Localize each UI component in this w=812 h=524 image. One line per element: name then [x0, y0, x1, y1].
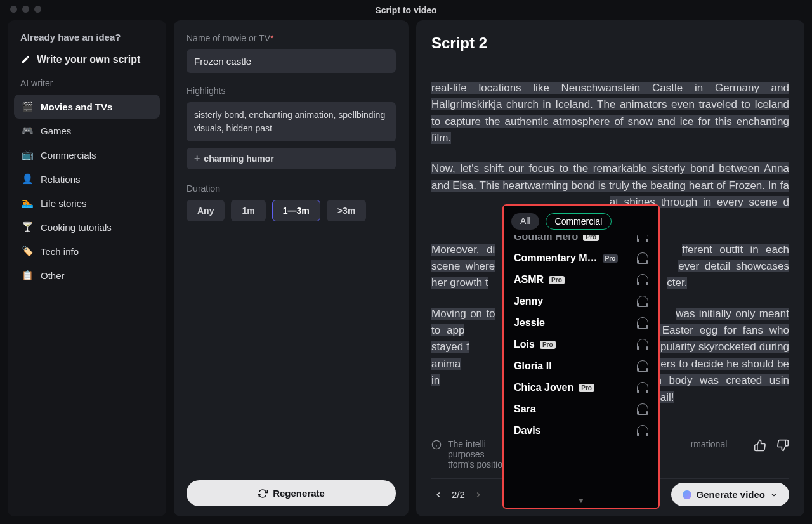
person-icon: 👤 — [22, 173, 33, 185]
generate-video-button[interactable]: Generate video — [671, 483, 789, 506]
tag-icon: 🏷️ — [22, 246, 33, 257]
film-icon: 🎬 — [22, 101, 33, 112]
next-button[interactable] — [471, 488, 485, 502]
voice-item[interactable]: Davis — [511, 420, 651, 442]
prev-button[interactable] — [431, 488, 445, 502]
headphone-icon[interactable] — [637, 382, 648, 393]
script-p3d: cter. — [667, 277, 687, 289]
voice-item[interactable]: Gloria II — [511, 355, 651, 377]
window-title: Script to video — [375, 5, 436, 15]
tv-icon: 📺 — [22, 149, 33, 160]
close-dot[interactable] — [10, 6, 17, 13]
regenerate-button[interactable]: Regenerate — [187, 480, 396, 506]
voice-item[interactable]: LoisPro — [511, 334, 651, 355]
sidebar-item-label: Other — [41, 270, 65, 281]
voice-item[interactable]: Gotham HeroPro — [511, 235, 651, 247]
sidebar-item-games[interactable]: 🎮 Games — [14, 119, 160, 143]
duration-row: Any 1m 1—3m >3m — [187, 200, 396, 221]
page-indicator: 2/2 — [452, 489, 465, 500]
minimize-dot[interactable] — [22, 6, 29, 13]
sidebar-item-label: Movies and TVs — [41, 102, 112, 112]
script-p3a: Moreover, di — [431, 244, 495, 256]
pager: 2/2 — [431, 488, 485, 502]
sidebar-item-commercials[interactable]: 📺 Commercials — [14, 143, 160, 167]
maximize-dot[interactable] — [34, 6, 41, 13]
voice-item[interactable]: ASMRPro — [511, 269, 651, 291]
voice-tab-commercial[interactable]: Commercial — [546, 213, 612, 230]
info-icon — [431, 440, 442, 450]
duration-gt3m[interactable]: >3m — [327, 200, 366, 221]
traffic-lights — [10, 6, 41, 13]
gamepad-icon: 🎮 — [22, 125, 33, 136]
duration-1-3m[interactable]: 1—3m — [272, 200, 320, 221]
headphone-icon[interactable] — [637, 317, 648, 329]
write-own-label: Write your own script — [37, 54, 140, 65]
sidebar-item-relations[interactable]: 👤 Relations — [14, 167, 160, 191]
sidebar-item-label: Cooking tutorials — [41, 222, 112, 233]
sidebar-item-label: Tech info — [41, 246, 79, 257]
script-p4a: Moving on to — [431, 308, 495, 320]
app-window: Script to video Already have an idea? Wr… — [0, 0, 812, 524]
highlights-box[interactable]: sisterly bond, enchanting animation, spe… — [187, 102, 396, 141]
titlebar: Script to video — [0, 0, 812, 20]
add-tag-button[interactable]: + charming humor — [187, 148, 396, 169]
script-p2a: Now, let's shift our focus to the remark… — [431, 162, 789, 191]
sidebar-idea-header: Already have an idea? — [14, 32, 160, 51]
sidebar-item-cooking[interactable]: 🍸 Cooking tutorials — [14, 215, 160, 239]
voice-popup: All Commercial Gotham HeroProCommentary … — [502, 204, 660, 509]
voice-tabs: All Commercial — [511, 213, 651, 230]
sidebar: Already have an idea? Write your own scr… — [8, 20, 166, 516]
sidebar-item-label: Games — [41, 126, 71, 136]
thumbs-down-icon[interactable] — [776, 439, 789, 452]
voice-item[interactable]: Jenny — [511, 291, 651, 312]
sidebar-item-label: Relations — [41, 174, 81, 185]
duration-any[interactable]: Any — [187, 200, 225, 221]
headphone-icon[interactable] — [637, 339, 648, 350]
headphone-icon[interactable] — [637, 425, 648, 436]
ai-writer-label: AI writer — [14, 78, 160, 95]
headphone-icon[interactable] — [637, 360, 648, 372]
voice-list[interactable]: Gotham HeroProCommentary M…ProASMRProJen… — [511, 235, 651, 496]
script-p1: real-life locations like Neuschwanstein … — [431, 82, 789, 144]
swimmer-icon: 🏊 — [22, 197, 33, 209]
pencil-icon — [20, 55, 30, 65]
add-tag-label: charming humor — [204, 154, 273, 164]
script-title: Script 2 — [431, 34, 789, 52]
sidebar-item-label: Commercials — [41, 150, 96, 160]
duration-1m[interactable]: 1m — [231, 200, 265, 221]
name-label: Name of movie or TV* — [187, 33, 396, 43]
headphone-icon[interactable] — [637, 296, 648, 307]
chevron-down-icon — [770, 491, 778, 499]
headphone-icon[interactable] — [637, 403, 648, 415]
voice-item[interactable]: Jessie — [511, 312, 651, 334]
sparkle-icon — [683, 490, 691, 499]
headphone-icon[interactable] — [637, 235, 648, 242]
voice-tab-all[interactable]: All — [511, 213, 539, 230]
sidebar-item-other[interactable]: 📋 Other — [14, 263, 160, 287]
sidebar-item-label: Life stories — [41, 198, 87, 209]
refresh-icon — [258, 488, 268, 499]
sidebar-item-movies[interactable]: 🎬 Movies and TVs — [14, 95, 160, 119]
voice-item[interactable]: Chica JovenPro — [511, 377, 651, 398]
list-icon: 📋 — [22, 270, 33, 281]
name-input[interactable] — [187, 49, 396, 73]
config-panel: Name of movie or TV* Highlights sisterly… — [174, 20, 409, 516]
generate-label: Generate video — [697, 489, 765, 500]
headphone-icon[interactable] — [637, 252, 648, 264]
plus-icon: + — [194, 153, 200, 164]
scroll-indicator: ▼ — [511, 496, 651, 508]
thumbs-up-icon[interactable] — [754, 439, 766, 452]
duration-label: Duration — [187, 183, 396, 193]
sidebar-item-life[interactable]: 🏊 Life stories — [14, 191, 160, 215]
voice-item[interactable]: Sara — [511, 398, 651, 420]
voice-item[interactable]: Commentary M…Pro — [511, 247, 651, 269]
highlights-label: Highlights — [187, 86, 396, 96]
headphone-icon[interactable] — [637, 274, 648, 285]
regenerate-label: Regenerate — [273, 488, 325, 499]
cocktail-icon: 🍸 — [22, 221, 33, 233]
write-own-script[interactable]: Write your own script — [14, 51, 160, 78]
sidebar-item-tech[interactable]: 🏷️ Tech info — [14, 239, 160, 263]
